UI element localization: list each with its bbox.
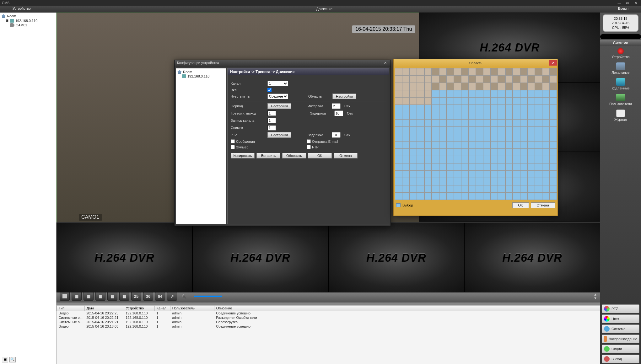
ftp-checkbox[interactable]: FTP: [307, 145, 319, 149]
grid-cell[interactable]: [454, 83, 461, 90]
menu-motion[interactable]: Движение: [43, 6, 606, 13]
grid-cell[interactable]: [432, 156, 439, 163]
grid-cell[interactable]: [454, 112, 461, 119]
tree-device[interactable]: ⊟ 192.168.0.110: [6, 18, 55, 23]
grid-cell[interactable]: [446, 119, 454, 126]
grid-cell[interactable]: [527, 156, 535, 163]
grid-cell[interactable]: [527, 90, 535, 97]
grid-cell[interactable]: [535, 134, 542, 141]
rb-color[interactable]: Цвет: [602, 314, 639, 323]
grid-cell[interactable]: [513, 83, 520, 90]
grid-cell[interactable]: [483, 156, 490, 163]
grid-cell[interactable]: [395, 75, 402, 83]
grid-cell[interactable]: [417, 97, 424, 104]
grid-cell[interactable]: [424, 97, 432, 104]
grid-cell[interactable]: [417, 105, 424, 112]
grid-cell[interactable]: [550, 83, 557, 90]
grid-cell[interactable]: [542, 97, 549, 104]
grid-cell[interactable]: [461, 105, 468, 112]
grid-cell[interactable]: [424, 134, 432, 141]
log-col-device[interactable]: Устройство: [124, 306, 154, 311]
grid-cell[interactable]: [527, 97, 535, 104]
grid-cell[interactable]: [432, 112, 439, 119]
rb-ptz[interactable]: PTZ: [602, 304, 639, 313]
grid-cell[interactable]: [469, 156, 476, 163]
video-tile[interactable]: H.264 DVR: [192, 223, 328, 292]
grid-cell[interactable]: [542, 112, 549, 119]
sidebar-journal[interactable]: Журнал: [614, 110, 627, 121]
grid-cell[interactable]: [454, 178, 461, 185]
tree-collapse-button[interactable]: ▣: [2, 357, 8, 362]
grid-cell[interactable]: [491, 156, 498, 163]
grid-cell[interactable]: [476, 185, 483, 192]
fullscreen-button[interactable]: ⤢: [167, 292, 177, 301]
grid-cell[interactable]: [432, 68, 439, 75]
grid-cell[interactable]: [520, 68, 527, 75]
record-channel-input[interactable]: [267, 118, 276, 123]
copy-button[interactable]: Копировать: [231, 153, 255, 158]
layout-9-button[interactable]: ▦: [107, 292, 117, 301]
grid-cell[interactable]: [505, 105, 513, 112]
dialog-close-button[interactable]: ✕: [382, 61, 388, 66]
sidebar-remote[interactable]: Удаленные: [611, 78, 629, 90]
grid-cell[interactable]: [527, 119, 535, 126]
grid-cell[interactable]: [395, 83, 402, 90]
grid-cell[interactable]: [483, 90, 490, 97]
grid-cell[interactable]: [439, 163, 446, 170]
grid-cell[interactable]: [505, 134, 513, 141]
grid-cell[interactable]: [424, 156, 432, 163]
grid-cell[interactable]: [535, 112, 542, 119]
grid-cell[interactable]: [402, 83, 409, 90]
grid-cell[interactable]: [424, 163, 432, 170]
grid-cell[interactable]: [432, 83, 439, 90]
grid-cell[interactable]: [550, 141, 557, 148]
grid-cell[interactable]: [439, 83, 446, 90]
grid-cell[interactable]: [424, 149, 432, 156]
grid-cell[interactable]: [469, 149, 476, 156]
grid-cell[interactable]: [454, 105, 461, 112]
grid-cell[interactable]: [498, 185, 505, 192]
grid-cell[interactable]: [417, 163, 424, 170]
grid-cell[interactable]: [498, 149, 505, 156]
grid-cell[interactable]: [410, 75, 417, 83]
grid-cell[interactable]: [498, 90, 505, 97]
grid-cell[interactable]: [498, 97, 505, 104]
grid-cell[interactable]: [424, 171, 432, 178]
grid-cell[interactable]: [424, 193, 432, 200]
grid-cell[interactable]: [417, 68, 424, 75]
grid-cell[interactable]: [395, 149, 402, 156]
volume-slider[interactable]: [194, 296, 222, 297]
grid-cell[interactable]: [410, 134, 417, 141]
grid-cell[interactable]: [461, 178, 468, 185]
grid-cell[interactable]: [513, 193, 520, 200]
grid-cell[interactable]: [505, 178, 513, 185]
grid-cell[interactable]: [410, 83, 417, 90]
grid-cell[interactable]: [446, 68, 454, 75]
grid-cell[interactable]: [417, 141, 424, 148]
grid-cell[interactable]: [476, 141, 483, 148]
grid-cell[interactable]: [550, 178, 557, 185]
grid-cell[interactable]: [550, 134, 557, 141]
grid-cell[interactable]: [542, 156, 549, 163]
tree-camera[interactable]: CAM01: [10, 23, 55, 27]
layout-8-button[interactable]: ▦: [95, 292, 105, 301]
grid-cell[interactable]: [439, 141, 446, 148]
grid-cell[interactable]: [402, 127, 409, 134]
grid-cell[interactable]: [513, 141, 520, 148]
log-divider[interactable]: [57, 302, 600, 305]
grid-cell[interactable]: [469, 119, 476, 126]
grid-cell[interactable]: [432, 97, 439, 104]
grid-cell[interactable]: [550, 127, 557, 134]
grid-cell[interactable]: [454, 171, 461, 178]
grid-cell[interactable]: [513, 149, 520, 156]
region-cancel-button[interactable]: Отмена: [531, 202, 555, 208]
grid-cell[interactable]: [410, 178, 417, 185]
grid-cell[interactable]: [461, 193, 468, 200]
grid-cell[interactable]: [402, 163, 409, 170]
grid-cell[interactable]: [432, 90, 439, 97]
grid-cell[interactable]: [417, 134, 424, 141]
grid-cell[interactable]: [410, 163, 417, 170]
alarm-out-input[interactable]: [267, 110, 276, 116]
grid-cell[interactable]: [527, 185, 535, 192]
grid-cell[interactable]: [395, 193, 402, 200]
